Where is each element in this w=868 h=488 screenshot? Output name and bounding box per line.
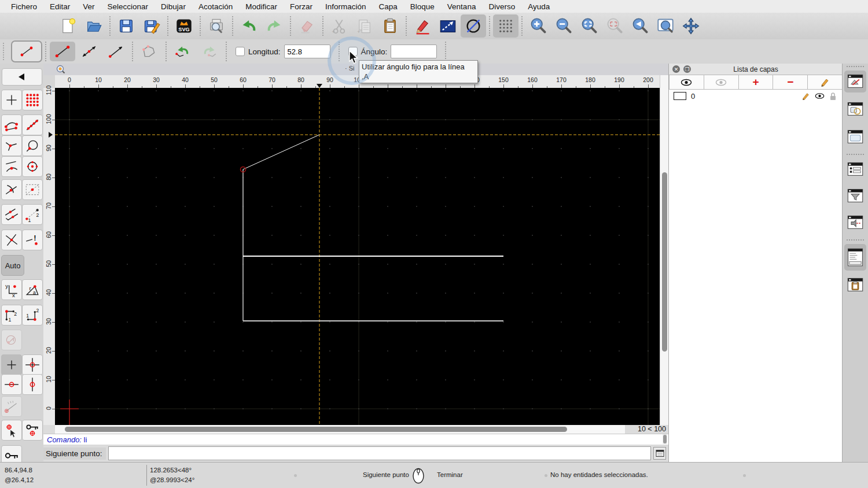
paste-button[interactable] (377, 14, 403, 38)
pick-relative-zero-button[interactable] (1, 420, 22, 441)
set-relative-zero-button[interactable] (22, 354, 43, 375)
zoom-out-button[interactable] (551, 14, 576, 38)
snap-endpoint-button[interactable] (1, 114, 22, 135)
zoom-previous-button[interactable] (627, 14, 653, 38)
command-history-scrollbar[interactable] (663, 434, 667, 444)
layer-edit-icon[interactable] (801, 92, 810, 101)
show-all-layers-button[interactable] (669, 75, 704, 90)
restrict-orthogonal-button[interactable] (1, 230, 22, 250)
zoom-in-button[interactable] (525, 14, 551, 38)
menu-item-forzar[interactable]: Forzar (284, 2, 319, 11)
line-two-points-button[interactable] (50, 42, 75, 61)
snap-auto-button[interactable]: Auto (1, 255, 24, 276)
relative-point-button[interactable]: 12 (1, 305, 22, 326)
draw-entity-button[interactable] (461, 14, 486, 38)
remove-layer-button[interactable]: − (773, 75, 808, 90)
clipboard-panel-toggle-button[interactable] (844, 274, 866, 296)
menu-item-seleccionar[interactable]: Seleccionar (101, 2, 155, 11)
snap-reference-button[interactable] (1, 330, 22, 350)
vertical-scrollbar[interactable] (660, 75, 669, 425)
media-console-toggle-button[interactable] (844, 212, 866, 234)
undo-button[interactable] (236, 14, 262, 38)
horizontal-scrollbar-thumb[interactable] (65, 427, 567, 432)
snap-center-button[interactable] (22, 156, 43, 177)
add-layer-button[interactable]: + (739, 75, 774, 90)
command-options-button[interactable] (653, 447, 666, 460)
menu-item-bloque[interactable]: Bloque (404, 2, 441, 11)
layer-color-swatch[interactable] (674, 92, 686, 100)
save-as-button[interactable] (139, 14, 164, 38)
menu-item-fichero[interactable]: Fichero (5, 2, 43, 11)
angle-gauge-button[interactable] (1, 396, 22, 417)
print-preview-button[interactable] (204, 14, 229, 38)
coordinate-polar-button[interactable]: ra (22, 279, 43, 300)
entity-list-toggle-button[interactable] (844, 158, 866, 180)
snap-free-button[interactable] (1, 90, 22, 110)
menu-item-modificar[interactable]: Modificar (239, 2, 284, 11)
horizontal-scrollbar[interactable] (55, 425, 625, 434)
hide-all-layers-button[interactable] (704, 75, 739, 90)
block-list-toggle-button[interactable] (844, 98, 866, 120)
undo-segment-button[interactable] (170, 42, 196, 61)
zoom-auto-button[interactable] (576, 14, 602, 38)
ray-button[interactable] (103, 42, 128, 61)
command-input[interactable] (108, 446, 651, 460)
length-checkbox[interactable] (236, 47, 245, 56)
menu-item-ayuda[interactable]: Ayuda (521, 2, 556, 11)
redo-segment-button[interactable] (197, 42, 222, 61)
menu-item-información[interactable]: Información (319, 2, 373, 11)
snap-on-entity-button[interactable] (22, 114, 43, 135)
toolbar-drag-handle[interactable] (3, 43, 4, 60)
restrict-vertical-button[interactable] (22, 374, 43, 395)
menu-item-diverso[interactable]: Diverso (482, 2, 521, 11)
float-panel-button[interactable]: ❐ (683, 65, 691, 73)
length-input[interactable] (284, 45, 330, 58)
layer-visibility-icon[interactable] (815, 93, 825, 99)
cad-line-entity[interactable] (243, 135, 319, 169)
menu-item-ver[interactable]: Ver (76, 2, 101, 11)
snap-intersection-manual-button[interactable] (1, 135, 22, 156)
close-panel-button[interactable]: ✕ (672, 65, 680, 73)
snap-tangent-button[interactable] (1, 179, 22, 200)
snap-middle-button[interactable] (22, 179, 43, 200)
grid-toggle-button[interactable] (493, 14, 518, 38)
menu-item-dibujar[interactable]: Dibujar (155, 2, 192, 11)
zoom-pan-button[interactable] (678, 14, 704, 38)
export-svg-button[interactable]: SVG (171, 14, 197, 38)
snap-dist-manual-button[interactable]: 12 (22, 204, 43, 225)
edit-layer-button[interactable] (808, 75, 843, 90)
grid-plus-button[interactable] (1, 354, 22, 375)
restrict-horizontal-button[interactable] (1, 374, 22, 395)
filter-toggle-button[interactable] (844, 185, 866, 207)
snap-nearest-button[interactable] (1, 156, 22, 177)
snap-grid-button[interactable] (22, 90, 43, 110)
layer-list-toggle-button[interactable] (844, 71, 866, 93)
layer-row[interactable]: 0 (669, 90, 843, 102)
menu-item-capa[interactable]: Capa (373, 2, 404, 11)
library-browser-toggle-button[interactable] (844, 126, 866, 148)
collapse-palette-button[interactable] (2, 68, 42, 86)
copy-button[interactable]: + (352, 14, 377, 38)
line-attributes-button[interactable] (435, 14, 461, 38)
vertical-scrollbar-thumb[interactable] (662, 172, 667, 352)
menu-item-editar[interactable]: Editar (43, 2, 76, 11)
zoom-window-button[interactable] (653, 14, 678, 38)
absolute-point-button[interactable]: 12 (22, 305, 43, 326)
delete-button[interactable] (294, 14, 319, 38)
angle-input[interactable] (391, 45, 437, 58)
cut-button[interactable]: + (326, 14, 352, 38)
restrict-nothing-button[interactable]: ! (22, 230, 43, 250)
layer-lock-icon[interactable] (829, 92, 837, 101)
snap-distance-button[interactable] (22, 135, 43, 156)
new-document-button[interactable] (56, 14, 81, 38)
restrict-parallel-button[interactable] (1, 204, 22, 225)
command-history-scrollbar-thumb[interactable] (663, 435, 667, 443)
open-file-button[interactable] (81, 14, 106, 38)
zoom-selection-button[interactable] (602, 14, 627, 38)
redo-button[interactable] (262, 14, 287, 38)
command-widget-toggle-button[interactable] (844, 244, 866, 271)
infinite-line-button[interactable] (76, 42, 102, 61)
menu-item-ventana[interactable]: Ventana (441, 2, 483, 11)
lock-relative-zero-button[interactable] (22, 420, 43, 441)
polyline-button[interactable] (137, 42, 162, 61)
